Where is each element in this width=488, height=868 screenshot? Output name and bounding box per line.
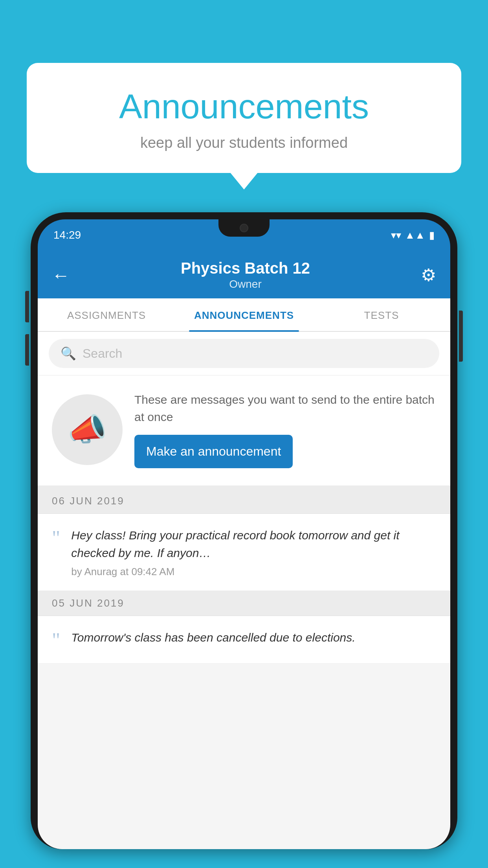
quote-icon-2: "	[52, 630, 60, 651]
phone-wrapper: 14:29 ▾▾ ▲▲ ▮ ← Physics Batch 12 Owner ⚙	[31, 212, 457, 868]
status-bar: 14:29 ▾▾ ▲▲ ▮	[38, 219, 450, 251]
tabs-bar: ASSIGNMENTS ANNOUNCEMENTS TESTS	[38, 298, 450, 332]
date-label-1: 06 JUN 2019	[52, 495, 125, 507]
announcement-content-2: Tomorrow's class has been cancelled due …	[71, 629, 436, 650]
back-button[interactable]: ←	[52, 265, 70, 286]
announcement-content-1: Hey class! Bring your practical record b…	[71, 526, 436, 578]
promo-description: These are messages you want to send to t…	[134, 391, 436, 425]
search-icon: 🔍	[61, 346, 76, 361]
bubble-title: Announcements	[50, 86, 438, 127]
signal-icon: ▲▲	[405, 229, 425, 241]
tab-tests[interactable]: TESTS	[313, 298, 450, 331]
search-bar[interactable]: 🔍 Search	[49, 339, 439, 368]
phone-notch	[218, 219, 270, 237]
date-label-2: 05 JUN 2019	[52, 597, 125, 609]
tab-assignments[interactable]: ASSIGNMENTS	[38, 298, 175, 331]
speech-bubble-card: Announcements keep all your students inf…	[27, 63, 461, 173]
megaphone-icon: 📣	[68, 411, 107, 448]
announcement-item-2[interactable]: " Tomorrow's class has been cancelled du…	[38, 616, 450, 664]
announcement-text-1: Hey class! Bring your practical record b…	[71, 526, 436, 562]
date-separator-2: 05 JUN 2019	[38, 591, 450, 616]
promo-right: These are messages you want to send to t…	[134, 391, 436, 468]
speech-bubble-section: Announcements keep all your students inf…	[27, 63, 461, 173]
announcement-text-2: Tomorrow's class has been cancelled due …	[71, 629, 436, 646]
header-center: Physics Batch 12 Owner	[70, 259, 421, 291]
phone-outer: 14:29 ▾▾ ▲▲ ▮ ← Physics Batch 12 Owner ⚙	[31, 212, 457, 849]
announcement-item-1[interactable]: " Hey class! Bring your practical record…	[38, 514, 450, 591]
bubble-subtitle: keep all your students informed	[50, 134, 438, 151]
promo-card: 📣 These are messages you want to send to…	[38, 375, 450, 489]
header-subtitle: Owner	[70, 278, 421, 291]
announcement-meta-1: by Anurag at 09:42 AM	[71, 566, 436, 578]
search-container: 🔍 Search	[38, 332, 450, 375]
volume-down-button	[25, 334, 29, 366]
phone-screen: ← Physics Batch 12 Owner ⚙ ASSIGNMENTS A…	[38, 251, 450, 849]
volume-up-button	[25, 291, 29, 322]
make-announcement-button[interactable]: Make an announcement	[134, 435, 293, 468]
battery-icon: ▮	[429, 229, 435, 241]
power-button	[459, 311, 463, 362]
status-icons: ▾▾ ▲▲ ▮	[391, 229, 435, 241]
camera	[240, 224, 248, 232]
promo-icon-circle: 📣	[52, 394, 123, 465]
wifi-icon: ▾▾	[391, 229, 401, 241]
quote-icon-1: "	[52, 528, 60, 548]
search-placeholder: Search	[83, 346, 122, 361]
date-separator-1: 06 JUN 2019	[38, 489, 450, 514]
settings-icon[interactable]: ⚙	[421, 265, 436, 285]
status-time: 14:29	[53, 229, 81, 241]
header-title: Physics Batch 12	[70, 259, 421, 277]
app-header: ← Physics Batch 12 Owner ⚙	[38, 251, 450, 298]
tab-announcements[interactable]: ANNOUNCEMENTS	[175, 298, 313, 331]
